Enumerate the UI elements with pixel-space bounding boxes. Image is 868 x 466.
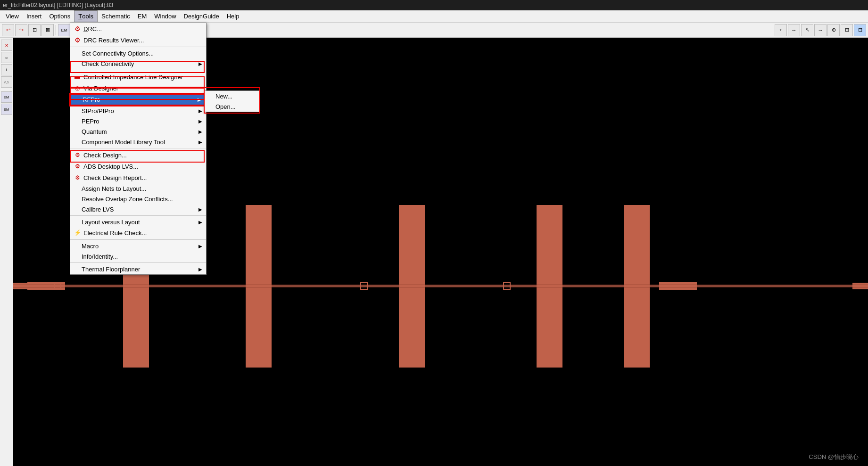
- watermark: CSDN @怡步晓心: [809, 453, 859, 461]
- controlled-impedance-icon: ▬: [73, 73, 82, 81]
- sipro-arrow: ▶: [198, 108, 202, 114]
- menu-options[interactable]: Options: [45, 10, 74, 22]
- rfpro-arrow: ▶: [198, 97, 201, 102]
- ads-desktop-icon: ⚙: [73, 162, 82, 171]
- lt-em-btn2[interactable]: EM: [1, 104, 12, 115]
- svg-rect-9: [852, 283, 868, 289]
- tb-move[interactable]: ↔: [788, 24, 800, 36]
- via-designer-icon: ◎: [73, 84, 82, 92]
- quantum-label: Quantum: [82, 128, 195, 135]
- menu-item-rfpro[interactable]: RFPro ▶: [70, 94, 206, 106]
- menu-item-via-designer[interactable]: ◎ Via Designer: [70, 82, 206, 94]
- resolve-overlap-label: Resolve Overlap Zone Conflicts...: [82, 196, 202, 203]
- menu-item-thermal[interactable]: Thermal Floorplanner ▶: [70, 264, 206, 274]
- electrical-rule-label: Electrical Rule Check...: [83, 229, 202, 237]
- menu-item-quantum[interactable]: Quantum ▶: [70, 126, 206, 137]
- rfpro-new[interactable]: New...: [204, 91, 260, 101]
- tb-undo[interactable]: ↩: [2, 24, 14, 36]
- component-model-arrow: ▶: [198, 139, 202, 145]
- lt-btn4[interactable]: v,s: [1, 76, 12, 88]
- check-design-icon: ⚙: [73, 151, 82, 159]
- layout-vs-layout-arrow: ▶: [198, 220, 202, 225]
- svg-rect-8: [659, 282, 697, 290]
- title-bar: er_lib:Filter02:layout] [EDITING] (Layou…: [0, 0, 868, 10]
- tb-em1[interactable]: EM: [58, 24, 70, 36]
- menu-item-ads-desktop[interactable]: ⚙ ADS Desktop LVS...: [70, 161, 206, 172]
- tb-select[interactable]: ↖: [801, 24, 813, 36]
- sep-6: [70, 262, 206, 263]
- menu-schematic[interactable]: Schematic: [98, 10, 134, 22]
- left-toolbar: ✕ ○ + v,s EM EM: [0, 38, 13, 466]
- drc-results-icon: ⚙: [73, 36, 82, 44]
- menu-item-set-connectivity[interactable]: Set Connectivity Options...: [70, 48, 206, 58]
- sipro-label: SIPro/PIPro: [82, 107, 195, 114]
- tb-btn4[interactable]: ⊠: [41, 24, 54, 36]
- check-design-report-icon: ⚙: [73, 173, 82, 182]
- drc-icon: ⚙: [73, 25, 82, 33]
- menu-item-calibre-lvs[interactable]: Calibre LVS ▶: [70, 204, 206, 214]
- menu-item-resolve-overlap[interactable]: Resolve Overlap Zone Conflicts...: [70, 194, 206, 204]
- drc-results-label: DRC Results Viewer...: [83, 37, 202, 44]
- lt-btn2[interactable]: ○: [1, 52, 12, 63]
- menu-item-check-design[interactable]: ⚙ Check Design...: [70, 149, 206, 161]
- check-connectivity-arrow: ▶: [198, 61, 202, 66]
- rfpro-label: RFPro: [83, 96, 194, 103]
- electrical-rule-icon: ⚡: [73, 229, 82, 237]
- calibre-lvs-label: Calibre LVS: [82, 206, 195, 213]
- menu-item-pepro[interactable]: PEPro ▶: [70, 116, 206, 126]
- tb-grid2[interactable]: ⊟: [854, 24, 866, 36]
- rfpro-submenu: New... Open...: [204, 90, 260, 112]
- menu-designguide[interactable]: DesignGuide: [180, 10, 223, 22]
- menu-item-sipro[interactable]: SIPro/PIPro ▶: [70, 106, 206, 116]
- menu-item-drc[interactable]: ⚙ DRC...: [70, 23, 206, 34]
- svg-rect-5: [624, 205, 650, 368]
- sep-2: [70, 70, 206, 70]
- lt-em-btn1[interactable]: EM: [1, 91, 12, 103]
- tb-sep1: [56, 25, 56, 35]
- macro-label: Macro: [82, 243, 195, 250]
- menu-item-layout-vs-layout[interactable]: Layout versus Layout ▶: [70, 217, 206, 227]
- menu-insert[interactable]: Insert: [23, 10, 46, 22]
- tb-grid[interactable]: ⊞: [841, 24, 853, 36]
- controlled-impedance-label: Controlled Impedance Line Designer: [83, 74, 202, 81]
- tb-arrow[interactable]: →: [814, 24, 827, 36]
- menu-window[interactable]: Window: [150, 10, 180, 22]
- menu-item-assign-nets[interactable]: Assign Nets to Layout...: [70, 183, 206, 194]
- rfpro-open[interactable]: Open...: [204, 101, 260, 112]
- lt-btn1[interactable]: ✕: [1, 40, 12, 51]
- menu-item-macro[interactable]: Macro ▶: [70, 241, 206, 251]
- check-connectivity-label: Check Connectivity: [82, 60, 195, 67]
- pepro-label: PEPro: [82, 118, 195, 125]
- check-design-report-label: Check Design Report...: [83, 174, 202, 181]
- menu-help[interactable]: Help: [223, 10, 243, 22]
- sep-4: [70, 215, 206, 216]
- svg-rect-7: [13, 283, 30, 289]
- rfpro-open-label: Open...: [215, 103, 256, 110]
- ads-desktop-label: ADS Desktop LVS...: [83, 163, 202, 170]
- tb-redo[interactable]: ↪: [15, 24, 27, 36]
- menu-em[interactable]: EM: [134, 10, 151, 22]
- menu-item-electrical-rule[interactable]: ⚡ Electrical Rule Check...: [70, 227, 206, 238]
- lt-btn3[interactable]: +: [1, 64, 12, 75]
- rfpro-new-label: New...: [215, 93, 256, 100]
- menu-item-info-identity[interactable]: Info/Identity...: [70, 251, 206, 262]
- thermal-label: Thermal Floorplanner: [82, 266, 195, 273]
- thermal-arrow: ▶: [198, 267, 202, 272]
- info-identity-label: Info/Identity...: [82, 253, 202, 260]
- menu-view[interactable]: View: [2, 10, 23, 22]
- sep-1: [70, 47, 206, 47]
- menu-item-component-model[interactable]: Component Model Library Tool ▶: [70, 137, 206, 147]
- tb-snap[interactable]: +: [775, 24, 787, 36]
- layout-vs-layout-label: Layout versus Layout: [82, 219, 195, 226]
- menu-item-check-design-report[interactable]: ⚙ Check Design Report...: [70, 172, 206, 183]
- menu-item-check-connectivity[interactable]: Check Connectivity ▶: [70, 58, 206, 69]
- menu-tools[interactable]: Tools: [74, 10, 98, 22]
- menu-bar: View Insert Options Tools Schematic EM W…: [0, 10, 868, 23]
- drc-label: DRC...: [83, 25, 202, 33]
- menu-item-drc-results[interactable]: ⚙ DRC Results Viewer...: [70, 34, 206, 46]
- sep-3: [70, 148, 206, 148]
- watermark-text: CSDN @怡步晓心: [809, 453, 859, 460]
- menu-item-controlled-impedance[interactable]: ▬ Controlled Impedance Line Designer: [70, 71, 206, 82]
- tb-crosshair[interactable]: ⊕: [827, 24, 840, 36]
- tb-btn3[interactable]: ⊡: [28, 24, 41, 36]
